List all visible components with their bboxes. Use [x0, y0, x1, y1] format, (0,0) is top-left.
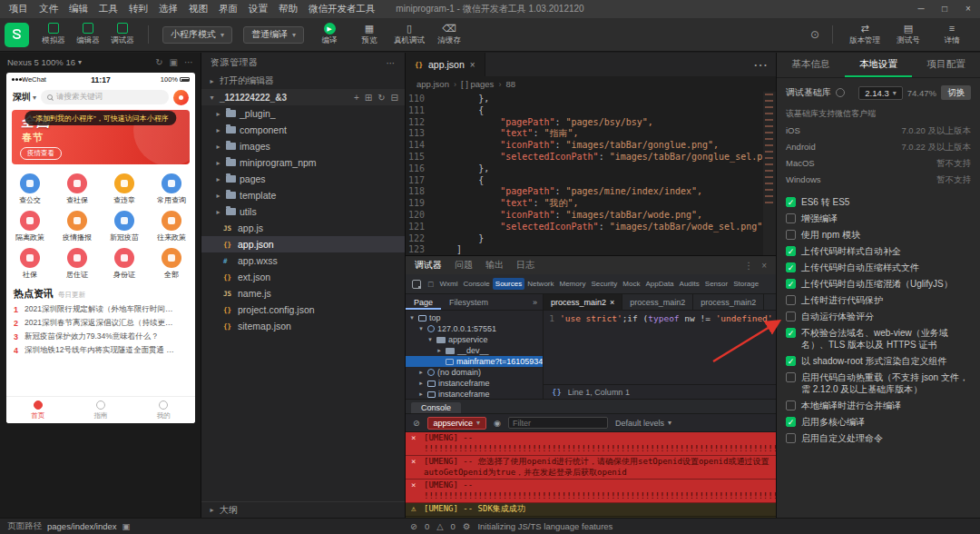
panel-tab-debugger[interactable]: 调试器	[415, 259, 442, 272]
option-auto-audit[interactable]: 自动运行体验评分	[786, 311, 971, 322]
source-file-tab[interactable]: process_main2×	[544, 294, 622, 310]
menu-view[interactable]: 视图	[183, 3, 213, 15]
overflow-icon[interactable]: »	[527, 298, 543, 307]
tree-row[interactable]: ▾appservice	[406, 334, 543, 345]
devtools-tab-sensor[interactable]: Sensor	[702, 278, 730, 290]
refresh-icon[interactable]: ↻	[377, 93, 385, 103]
toggle-debugger[interactable]: 调试器	[106, 23, 139, 46]
checkbox[interactable]	[786, 197, 796, 207]
clear-console-icon[interactable]: ⊘	[413, 419, 420, 428]
checkbox[interactable]	[786, 213, 796, 223]
devtools-tab-memory[interactable]: Memory	[557, 278, 589, 290]
option-enhanced-compile[interactable]: 增强编译	[786, 213, 971, 224]
rotate-icon[interactable]: ↻	[155, 57, 162, 67]
option-hot-reload[interactable]: 启用代码自动热重载（不支持 json 文件，需 2.12.0 及以上基础库版本）	[786, 371, 971, 395]
checkbox[interactable]	[786, 246, 796, 256]
code-line[interactable]: 116 },	[406, 163, 776, 175]
toggle-simulator[interactable]: 模拟器	[37, 23, 70, 46]
panel-tab-problems[interactable]: 问题	[455, 259, 473, 272]
maximize-button[interactable]: □	[933, 0, 956, 18]
tab-mine[interactable]: 我的	[132, 397, 195, 423]
checkbox[interactable]	[786, 433, 796, 443]
close-icon[interactable]: ×	[761, 261, 767, 271]
checkbox[interactable]	[786, 328, 796, 338]
checkbox[interactable]	[786, 279, 796, 289]
more-icon[interactable]: ⋯	[387, 58, 397, 68]
tree-row[interactable]: ▾127.0.0.1:57551	[406, 323, 543, 334]
option-merge-compile[interactable]: 本地编译时进行合并编译	[786, 400, 971, 411]
devtools-tab-network[interactable]: Network	[524, 278, 556, 290]
grid-item[interactable]: 查公交	[6, 170, 54, 207]
inspect-icon[interactable]	[412, 280, 421, 289]
tree-item-folder[interactable]: ▸miniprogram_npm	[201, 154, 405, 171]
checkbox[interactable]	[786, 400, 796, 410]
info-icon[interactable]	[836, 88, 845, 97]
code-line[interactable]: 112 "pagePath": "pages/bsy/bsy",	[406, 117, 776, 129]
code-line[interactable]: 111 {	[406, 105, 776, 117]
tree-item-file[interactable]: {}ext.json	[201, 269, 405, 285]
menu-file[interactable]: 文件	[34, 3, 64, 15]
checkbox[interactable]	[786, 295, 796, 305]
menu-project[interactable]: 项目	[4, 3, 34, 15]
grid-item[interactable]: 查违章	[101, 170, 148, 207]
device-toolbar-icon[interactable]: □	[425, 280, 436, 289]
code-line[interactable]: 121 "selectedIconPath": "images/tabBar/w…	[406, 222, 776, 233]
tab-home[interactable]: 首页	[6, 397, 69, 423]
devtools-tab-mock[interactable]: Mock	[620, 278, 642, 290]
checkbox[interactable]	[786, 230, 796, 240]
open-editors-section[interactable]: ▸ 打开的编辑器	[201, 73, 405, 89]
checkbox[interactable]	[786, 312, 796, 321]
option-multicore-compile[interactable]: 启用多核心编译	[786, 416, 971, 428]
checkbox[interactable]	[786, 356, 796, 366]
devtools-tab-wxml[interactable]: Wxml	[436, 278, 460, 290]
tree-row[interactable]: ▸instanceframe	[406, 378, 543, 389]
checkbox[interactable]	[786, 372, 796, 382]
console-error-message[interactable]: ×[UMENG] -- !!!!!!!!!!!!!!!!!!!!!!!!!!!!…	[406, 432, 776, 456]
code-editor[interactable]: 110 }, 111 { 112 "pagePath": "pages/bsy/…	[406, 92, 776, 255]
screenshot-icon[interactable]: ▣	[170, 57, 178, 67]
source-file-tab[interactable]: process_main2	[622, 294, 693, 310]
errors-icon[interactable]: ⊘	[410, 521, 417, 531]
city-selector[interactable]: 深圳 ▾	[13, 91, 36, 104]
news-item[interactable]: 12021深圳限行规定解读（外地车限行时间…	[14, 302, 188, 316]
eye-icon[interactable]: ◉	[494, 419, 501, 428]
code-line[interactable]: 117 {	[406, 175, 776, 187]
devtools-tab-sources[interactable]: Sources	[493, 278, 524, 290]
close-button[interactable]: ×	[956, 0, 980, 18]
checkbox[interactable]	[786, 262, 796, 272]
cloud-icon[interactable]: ⊙	[810, 28, 819, 41]
option-style-autocomplete[interactable]: 上传代码时样式自动补全	[786, 245, 971, 257]
grid-item[interactable]: 居住证	[54, 244, 101, 282]
new-file-icon[interactable]: +	[354, 93, 359, 103]
tree-item-file[interactable]: JSname.js	[201, 285, 405, 302]
tree-row[interactable]: ▸(no domain)	[406, 367, 543, 378]
sources-tab-page[interactable]: Page	[406, 294, 441, 310]
tree-item-file-selected[interactable]: {}app.json	[201, 236, 405, 252]
version-manage-button[interactable]: ⇄ 版本管理	[846, 23, 884, 46]
tab-basic-info[interactable]: 基本信息	[777, 53, 845, 77]
preview-button[interactable]: ▦ 预览	[350, 23, 388, 46]
option-compress-style[interactable]: 上传代码时自动压缩样式文件	[786, 262, 971, 273]
news-item[interactable]: 22021深圳春节离深返深倡议汇总（持续更…	[14, 316, 188, 330]
tree-item-folder[interactable]: ▸images	[201, 138, 405, 154]
code-line[interactable]: 110 },	[406, 94, 776, 105]
menu-select[interactable]: 选择	[153, 3, 183, 15]
option-custom-command[interactable]: 启用自定义处理命令	[786, 432, 971, 444]
menu-settings[interactable]: 设置	[243, 3, 273, 15]
source-code[interactable]: 1 'use strict';if (typeof nw != 'undefin…	[544, 311, 776, 384]
menu-tools[interactable]: 工具	[93, 3, 123, 15]
console-error-message[interactable]: ×[UMENG] -- !!!!!!!!!!!!!!!!!!!!!!!!!!!!…	[406, 480, 776, 503]
menu-wechat-devtools[interactable]: 微信开发者工具	[303, 3, 381, 15]
editor-tab-appjson[interactable]: {} app.json ×	[406, 53, 485, 76]
test-account-button[interactable]: ▤ 测试号	[889, 23, 927, 46]
device-selector[interactable]: Nexus 5 100% 16	[7, 57, 75, 67]
console-error-message[interactable]: ×[UMENG] -- 您选择了使用openid进行统计，请确保使用setOpe…	[406, 456, 776, 480]
code-line[interactable]: 123 ]	[406, 244, 776, 255]
tree-row[interactable]: ▸__dev__	[406, 345, 543, 356]
grid-item[interactable]: 往来政策	[148, 207, 195, 244]
project-root[interactable]: ▾ _121224222_&3 + ⊞ ↻ ⊟	[201, 89, 405, 105]
tree-item-folder[interactable]: ▸component	[201, 122, 405, 138]
panel-tab-output[interactable]: 输出	[485, 259, 504, 272]
console-drawer-tab[interactable]: Console	[411, 402, 461, 413]
epidemic-view-button[interactable]: 疫情查看	[20, 147, 62, 160]
